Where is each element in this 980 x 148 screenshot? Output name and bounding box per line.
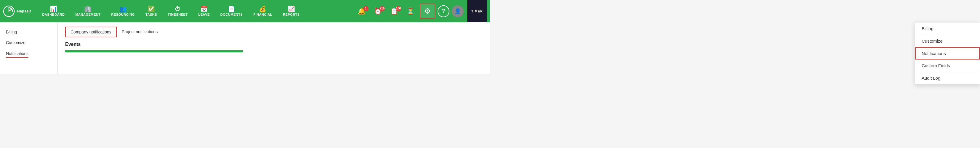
nav-reports[interactable]: 📈 REPORTS	[278, 6, 305, 16]
avatar[interactable]: 👤	[452, 5, 464, 17]
logo-text: elapseit	[17, 9, 31, 13]
timer-button[interactable]: TIMER	[467, 0, 487, 22]
timesheet-icon: ⏱	[175, 6, 181, 12]
logo[interactable]: elapseit	[3, 5, 31, 17]
sidebar-item-billing[interactable]: Billing	[0, 27, 57, 37]
tab-project-notifications[interactable]: Project notifications	[117, 27, 163, 37]
help-btn[interactable]: ?	[438, 5, 449, 17]
management-icon: 🏢	[84, 6, 92, 12]
tasks-badge: 106	[396, 6, 401, 11]
tabs: Company notifications Project notificati…	[65, 27, 483, 37]
tab-company-notifications[interactable]: Company notifications	[65, 27, 117, 37]
nav-financial[interactable]: 💰 FINANCIAL	[248, 6, 278, 16]
notifications-bell-btn[interactable]: 🔔 1	[355, 7, 369, 15]
sidebar-item-notifications-wrapper: Notifications	[0, 48, 57, 60]
nav-leave[interactable]: 📅 LEAVE	[193, 6, 215, 16]
nav-timesheet[interactable]: ⏱ TIMESHEET	[162, 6, 193, 16]
hourglass-btn[interactable]: ⏳	[404, 7, 417, 15]
main-layout: Billing Customize Notifications Company …	[0, 22, 490, 74]
tasks-icon: ✅	[148, 6, 155, 12]
reports-icon: 📈	[288, 6, 295, 12]
timer-badge: 216	[380, 6, 385, 11]
nav-right: 🔔 1 ⏰ 216 📋 106 ⏳ ⚙ ? 👤 TIMER	[355, 0, 487, 22]
documents-icon: 📄	[228, 6, 235, 12]
dashboard-icon: 📊	[50, 6, 57, 12]
content-area: Company notifications Project notificati…	[58, 22, 490, 74]
navbar: elapseit 📊 DASHBOARD 🏢 MANAGEMENT 👥 RESO…	[0, 0, 490, 22]
nav-items: 📊 DASHBOARD 🏢 MANAGEMENT 👥 RESOURCING ✅ …	[37, 6, 354, 16]
nav-documents[interactable]: 📄 DOCUMENTS	[215, 6, 248, 16]
nav-management[interactable]: 🏢 MANAGEMENT	[70, 6, 106, 16]
app-container: elapseit 📊 DASHBOARD 🏢 MANAGEMENT 👥 RESO…	[0, 0, 490, 74]
tasks-count-btn[interactable]: 📋 106	[387, 7, 401, 15]
nav-resourcing[interactable]: 👥 RESOURCING	[106, 6, 140, 16]
nav-tasks[interactable]: ✅ TASKS	[140, 6, 162, 16]
financial-icon: 💰	[259, 6, 267, 12]
events-title: Events	[65, 42, 483, 47]
sidebar-item-notifications[interactable]: Notifications	[6, 51, 29, 58]
bell-badge: 1	[363, 6, 369, 11]
events-progress-bar	[65, 50, 243, 53]
settings-gear-btn[interactable]: ⚙	[420, 3, 435, 19]
timer-count-btn[interactable]: ⏰ 216	[371, 7, 385, 15]
leave-icon: 📅	[200, 6, 208, 12]
resourcing-icon: 👥	[119, 6, 127, 12]
sidebar: Billing Customize Notifications	[0, 22, 58, 74]
sidebar-item-customize[interactable]: Customize	[0, 37, 57, 48]
nav-dashboard[interactable]: 📊 DASHBOARD	[37, 6, 70, 16]
